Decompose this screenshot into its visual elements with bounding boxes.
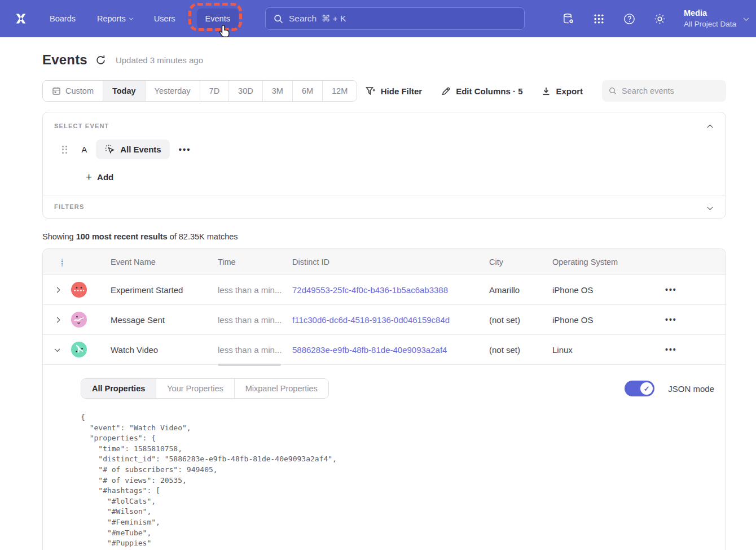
event-avatar xyxy=(71,342,87,357)
event-name-cell: Watch Video xyxy=(111,345,218,355)
os-cell: iPhone OS xyxy=(552,315,643,325)
column-header-os[interactable]: Operating System xyxy=(552,257,643,267)
row-more-options-button[interactable]: ••• xyxy=(665,345,677,354)
date-range-selector: Custom Today Yesterday 7D 30D 3M 6M 12M xyxy=(42,80,357,102)
tab-mixpanel-properties[interactable]: Mixpanel Properties xyxy=(234,379,328,398)
distinct-id-link[interactable]: 5886283e-e9fb-48fb-81de-40e9093a2af4 xyxy=(292,345,489,355)
date-range-today[interactable]: Today xyxy=(103,81,146,101)
project-switcher[interactable]: Media All Project Data xyxy=(684,8,748,29)
row-more-options-button[interactable]: ••• xyxy=(665,315,677,324)
events-table: ↓↑ Event Name Time Distinct ID City Oper… xyxy=(42,248,726,550)
event-name-cell: Message Sent xyxy=(111,315,218,325)
project-name: Media xyxy=(684,8,736,19)
event-json-view: { "event": "Watch Video", "properties": … xyxy=(81,412,714,550)
calendar-icon xyxy=(52,86,61,95)
page-title: Events xyxy=(42,52,87,68)
city-cell: (not set) xyxy=(489,345,552,355)
tab-your-properties[interactable]: Your Properties xyxy=(156,379,234,398)
filters-label: FILTERS xyxy=(54,203,714,210)
collapse-row-chevron[interactable] xyxy=(43,335,71,364)
event-avatar xyxy=(71,282,87,298)
json-mode-label: JSON mode xyxy=(668,384,714,394)
date-range-3m[interactable]: 3M xyxy=(263,81,293,101)
time-cell: less than a min... xyxy=(218,315,292,325)
date-range-yesterday[interactable]: Yesterday xyxy=(146,81,200,101)
event-more-options-button[interactable]: ••• xyxy=(179,145,191,154)
collapse-all-rows-icon[interactable]: ↓↑ xyxy=(58,257,66,267)
drag-handle[interactable] xyxy=(62,146,67,154)
download-icon xyxy=(542,86,551,96)
distinct-id-link[interactable]: 72d49553-25fc-4f0c-b436-1b5ac6ab3388 xyxy=(292,285,489,295)
hide-filter-button[interactable]: Hide Filter xyxy=(366,86,422,96)
nav-item-boards[interactable]: Boards xyxy=(50,14,76,23)
row-more-options-button[interactable]: ••• xyxy=(665,285,677,294)
time-cell: less than a min... xyxy=(218,345,292,355)
refresh-icon[interactable] xyxy=(95,54,108,66)
chevron-down-icon xyxy=(129,16,133,20)
global-search-input[interactable] xyxy=(289,14,516,24)
search-events-box[interactable] xyxy=(602,80,726,102)
event-selector-button[interactable]: All Events xyxy=(96,139,170,159)
chevron-down-icon xyxy=(744,15,749,21)
column-header-distinct-id[interactable]: Distinct ID xyxy=(292,257,489,267)
date-range-7d[interactable]: 7D xyxy=(200,81,230,101)
os-cell: iPhone OS xyxy=(552,285,643,295)
search-icon xyxy=(274,14,283,24)
table-header-row: ↓↑ Event Name Time Distinct ID City Oper… xyxy=(43,249,726,274)
date-range-12m[interactable]: 12M xyxy=(323,81,357,101)
apps-grid-icon[interactable] xyxy=(592,12,606,25)
search-icon xyxy=(609,86,617,95)
help-icon[interactable] xyxy=(623,12,636,25)
time-cell: less than a min... xyxy=(218,285,292,295)
column-header-event-name[interactable]: Event Name xyxy=(111,257,218,267)
plus-icon: + xyxy=(86,172,92,182)
json-mode-toggle[interactable]: ✓ xyxy=(625,381,654,396)
global-search-bar[interactable] xyxy=(265,7,525,30)
expand-row-chevron[interactable] xyxy=(43,275,71,304)
data-management-icon[interactable] xyxy=(562,12,575,25)
collapse-section-chevron[interactable] xyxy=(704,121,715,133)
city-cell: Amarillo xyxy=(489,285,552,295)
column-header-time[interactable]: Time xyxy=(218,257,292,267)
table-row[interactable]: Experiment Started less than a min... 72… xyxy=(43,274,726,304)
pencil-icon xyxy=(441,86,451,96)
project-scope: All Project Data xyxy=(684,19,736,29)
last-updated-text: Updated 3 minutes ago xyxy=(116,55,203,65)
expand-filters-chevron[interactable] xyxy=(704,202,715,213)
table-row[interactable]: Message Sent less than a min... f11c30d6… xyxy=(43,304,726,334)
add-event-button[interactable]: + Add xyxy=(86,172,714,182)
magic-cursor-icon xyxy=(104,144,115,155)
results-summary: Showing 100 most recent results of 82.35… xyxy=(42,232,726,241)
table-row-expanded[interactable]: Watch Video less than a min... 5886283e-… xyxy=(43,334,726,364)
event-detail-panel: All Properties Your Properties Mixpanel … xyxy=(43,364,726,550)
city-cell: (not set) xyxy=(489,315,552,325)
date-range-6m[interactable]: 6M xyxy=(293,81,323,101)
edit-columns-button[interactable]: Edit Columns · 5 xyxy=(441,86,522,96)
top-navbar: Boards Reports Users Events xyxy=(0,0,756,37)
nav-item-users[interactable]: Users xyxy=(154,14,175,23)
expand-row-chevron[interactable] xyxy=(43,305,71,334)
distinct-id-link[interactable]: f11c30d6-dc6d-4518-9136-0d046159c84d xyxy=(292,315,489,325)
export-button[interactable]: Export xyxy=(542,86,583,96)
mixpanel-logo-icon[interactable] xyxy=(12,10,29,27)
nav-item-reports[interactable]: Reports xyxy=(97,14,133,23)
date-range-30d[interactable]: 30D xyxy=(229,81,263,101)
toggle-knob-check-icon: ✓ xyxy=(640,382,653,395)
event-row-letter: A xyxy=(82,145,87,154)
os-cell: Linux xyxy=(552,345,643,355)
properties-tabs: All Properties Your Properties Mixpanel … xyxy=(81,378,329,399)
nav-item-events[interactable]: Events xyxy=(197,8,239,29)
tab-all-properties[interactable]: All Properties xyxy=(81,379,156,398)
query-builder-card: SELECT EVENT A All Events ••• + Add xyxy=(42,112,726,219)
date-range-custom[interactable]: Custom xyxy=(43,81,103,101)
settings-gear-icon[interactable] xyxy=(653,12,667,25)
search-events-input[interactable] xyxy=(622,86,719,95)
filter-funnel-icon xyxy=(366,86,376,96)
event-avatar xyxy=(71,312,87,328)
event-name-cell: Experiment Started xyxy=(111,285,218,295)
select-event-label: SELECT EVENT xyxy=(54,123,714,129)
column-header-city[interactable]: City xyxy=(489,257,552,267)
horizontal-scrollbar-thumb[interactable] xyxy=(218,364,281,366)
